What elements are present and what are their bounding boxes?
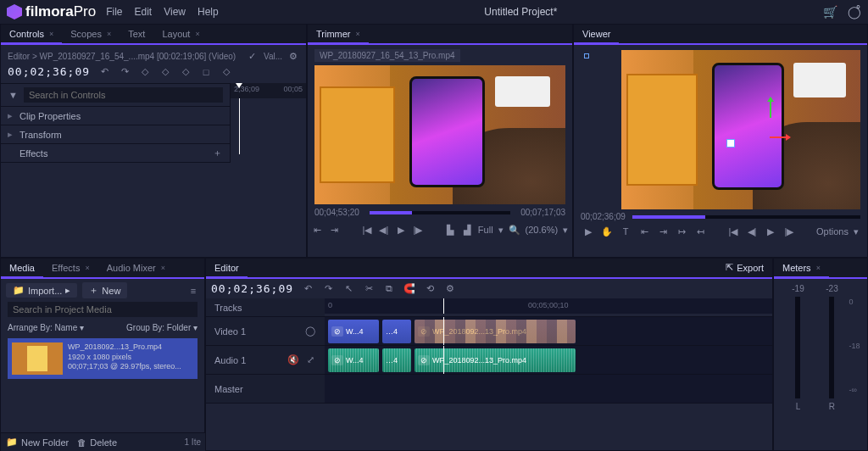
editor-timecode[interactable]: 00;02;36;09 [211, 282, 293, 295]
trimmer-tc-in: 00;04;53;20 [314, 208, 359, 217]
chevron-icon[interactable]: ⤢ [304, 354, 316, 366]
mark-out-icon[interactable]: ⇥ [329, 224, 341, 236]
tab-viewer[interactable]: Viewer [574, 25, 619, 44]
tab-controls[interactable]: Controls× [1, 25, 62, 44]
slip-tool-icon[interactable]: ⧉ [383, 283, 395, 295]
cart-icon[interactable]: 🛒 [823, 5, 837, 19]
controls-search[interactable] [24, 87, 223, 103]
go-start-icon[interactable]: |◀ [361, 224, 373, 236]
tab-audiomixer[interactable]: Audio Mixer× [98, 259, 174, 276]
viewer-preview[interactable] [621, 50, 860, 209]
add-effect-icon[interactable]: ＋ [211, 148, 223, 159]
tab-editor[interactable]: Editor [206, 259, 248, 278]
hand-tool-icon[interactable]: ✋ [601, 226, 613, 237]
overlay-icon[interactable]: ▟ [461, 224, 473, 236]
step-back-icon[interactable]: ◀| [378, 224, 390, 236]
select-tool-icon[interactable]: ▶ [582, 226, 594, 237]
controls-timecode[interactable]: 00;02;36;09 [8, 65, 90, 78]
snap-icon[interactable]: 🧲 [403, 283, 415, 295]
video-clip-1[interactable]: ⊘W...4 [328, 320, 379, 343]
settings-icon[interactable]: ⚙ [287, 50, 299, 62]
loop-in-icon[interactable]: ↦ [676, 226, 687, 237]
media-item[interactable]: WP_2018092...13_Pro.mp4 1920 x 1080 pixe… [8, 338, 198, 379]
undo-icon[interactable]: ↶ [302, 283, 314, 295]
go-start-icon[interactable]: |◀ [727, 226, 739, 237]
group-by[interactable]: Group By: Folder ▾ [126, 323, 198, 332]
logo-icon [7, 4, 22, 19]
app-logo: filmoraPro [7, 3, 96, 20]
audio-clip-2[interactable]: …4 [382, 348, 411, 372]
step-fwd-icon[interactable]: |▶ [783, 226, 795, 237]
trimmer-preview[interactable] [314, 65, 565, 204]
tab-text[interactable]: Text [120, 25, 153, 42]
keyframe-next-icon[interactable]: ◇ [180, 66, 192, 78]
tab-effects[interactable]: Effects× [43, 259, 98, 276]
keyframe-prev-icon[interactable]: ◇ [139, 66, 151, 78]
user-icon[interactable]: ◯̊ [848, 5, 861, 19]
track-master[interactable]: Master [206, 375, 325, 403]
menu-edit[interactable]: Edit [135, 6, 153, 18]
export-button[interactable]: ⇱Export [726, 262, 764, 273]
diamond-icon[interactable]: ◇ [220, 66, 232, 78]
tab-trimmer[interactable]: Trimmer× [308, 25, 369, 44]
razor-tool-icon[interactable]: ✂ [363, 283, 375, 295]
media-search[interactable] [8, 302, 198, 317]
row-effects[interactable]: Effects＋ [1, 144, 230, 163]
track-video1[interactable]: Video 1◯ [206, 317, 325, 345]
trimmer-tc-out: 00;07;17;03 [520, 208, 565, 217]
menu-view[interactable]: View [164, 6, 186, 18]
mark-in-icon[interactable]: ⇤ [638, 226, 650, 237]
audio-clip-3[interactable]: ⊘WP_2018092...13_Pro.mp4 [415, 348, 576, 372]
tab-media[interactable]: Media [1, 259, 43, 278]
zoom-icon[interactable]: 🔍 [509, 224, 520, 236]
video-clip-3[interactable]: ⊘WP_2018092...13_Pro.mp4 [415, 320, 576, 343]
eye-icon[interactable]: ◯ [304, 326, 316, 337]
loop-out-icon[interactable]: ↤ [694, 226, 706, 237]
main-menu: File Edit View Help [106, 6, 219, 18]
stop-kf-icon[interactable]: □ [200, 66, 212, 78]
insert-icon[interactable]: ▙ [444, 224, 456, 236]
undo-icon[interactable]: ↶ [98, 66, 110, 78]
tab-scopes[interactable]: Scopes× [62, 25, 120, 42]
tab-layout[interactable]: Layout× [153, 25, 208, 42]
timeline-ruler[interactable]: 0 00;05;00;10 [325, 298, 772, 314]
mark-out-icon[interactable]: ⇥ [657, 226, 669, 237]
zoom-pct[interactable]: (20.6%) [526, 225, 559, 235]
mute-icon[interactable]: 🔇 [287, 354, 299, 366]
row-transform[interactable]: ▸Transform [1, 125, 230, 144]
video-clip-2[interactable]: …4 [382, 320, 411, 343]
text-tool-icon[interactable]: T [620, 226, 632, 237]
import-button[interactable]: 📁Import...▸ [6, 283, 77, 298]
redo-icon[interactable]: ↷ [119, 66, 131, 78]
titlebar: filmoraPro File Edit View Help Untitled … [0, 0, 868, 24]
link-icon[interactable]: ⟲ [424, 283, 436, 295]
filter-icon[interactable]: ▼ [8, 89, 19, 101]
play-icon[interactable]: ▶ [395, 224, 407, 236]
step-fwd-icon[interactable]: |▶ [412, 224, 424, 236]
settings-icon[interactable]: ⚙ [444, 283, 456, 295]
arrange-by[interactable]: Arrange By: Name ▾ [8, 323, 84, 332]
new-folder-button[interactable]: 📁New Folder [6, 437, 69, 448]
tab-meters[interactable]: Meters× [774, 259, 829, 278]
audio-clip-1[interactable]: ⊘W...4 [328, 348, 379, 372]
full-toggle[interactable]: Full [478, 225, 493, 235]
keyframe-icon[interactable]: ◇ [159, 66, 171, 78]
menu-file[interactable]: File [106, 6, 122, 18]
viewer-options[interactable]: Options [816, 226, 849, 237]
mark-in-icon[interactable]: ⇤ [312, 224, 324, 236]
delete-button[interactable]: 🗑Delete [77, 437, 117, 448]
track-audio1[interactable]: Audio 1🔇⤢ [206, 346, 325, 374]
step-back-icon[interactable]: ◀| [746, 226, 758, 237]
value-icon[interactable]: ✓ [247, 50, 259, 62]
redo-icon[interactable]: ↷ [322, 283, 334, 295]
viewer-tc: 00;02;36;09 [581, 212, 626, 221]
new-button[interactable]: ＋New [82, 282, 127, 298]
list-view-icon[interactable]: ≡ [187, 285, 199, 297]
clip-path: Editor > WP_20180927_16_54_....mp4 [00:0… [8, 52, 236, 61]
pointer-tool-icon[interactable]: ↖ [342, 283, 354, 295]
menu-help[interactable]: Help [198, 6, 219, 18]
project-title: Untitled Project* [219, 6, 823, 18]
play-icon[interactable]: ▶ [765, 226, 776, 237]
item-count: 1 Ite [185, 437, 201, 447]
row-clip-properties[interactable]: ▸Clip Properties [1, 107, 230, 125]
